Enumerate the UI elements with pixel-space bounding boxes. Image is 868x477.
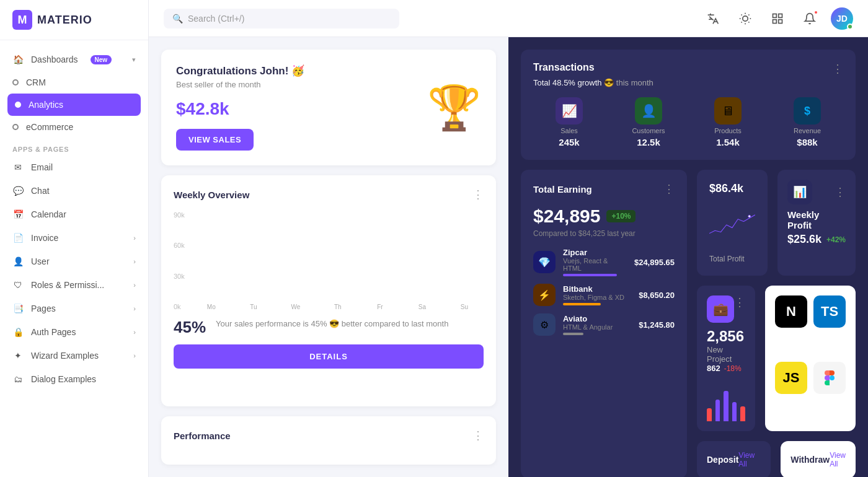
javascript-icon: JS [775, 362, 807, 394]
customers-icon: 👤 [635, 97, 662, 125]
invoice-icon: 📄 [12, 232, 24, 243]
sidebar-item-dialog[interactable]: 🗂 Dialog Examples [0, 367, 148, 391]
withdraw-card: Withdraw View All [781, 441, 856, 477]
sidebar-item-crm[interactable]: CRM [0, 71, 148, 94]
main-content: 🔍 Search (Ctrl+/) JD [149, 0, 868, 477]
congrats-card: Congratulations John! 🥳 Best seller of t… [161, 50, 496, 165]
circle-icon [12, 124, 19, 130]
sales-icon: 📈 [556, 97, 583, 125]
chevron-icon: › [133, 305, 136, 312]
transactions-title: Transactions [533, 62, 595, 73]
customers-stat: 👤 Customers 12.5k [613, 97, 684, 147]
email-icon: ✉ [12, 162, 24, 173]
card-header: Performance ⋮ [174, 429, 484, 442]
avatar[interactable]: JD [831, 7, 853, 30]
figma-icon [813, 362, 846, 394]
sidebar-item-invoice[interactable]: 📄 Invoice › [0, 226, 148, 250]
sidebar-item-analytics[interactable]: Analytics [7, 94, 141, 116]
calendar-icon: 📅 [12, 209, 24, 220]
deposit-view-all[interactable]: View All [738, 451, 761, 468]
right-cards-column: $86.4k Total Profit 📊 [697, 170, 856, 477]
bar [715, 400, 720, 421]
logo-text: MATERIO [37, 14, 92, 27]
sidebar-item-label: Calendar [31, 209, 66, 219]
profit-label: Total Profit [709, 255, 745, 263]
notification-dot [813, 10, 818, 15]
sidebar-item-roles[interactable]: 🛡 Roles & Permissi... › [0, 273, 148, 297]
sidebar-item-label: Dialog Examples [31, 374, 96, 384]
translate-icon[interactable] [702, 7, 724, 30]
search-icon: 🔍 [172, 14, 183, 24]
sidebar-item-label: Dashboards [31, 55, 78, 64]
typescript-icon: TS [813, 295, 846, 328]
y-label: 0k [174, 303, 185, 310]
svg-line-4 [748, 22, 749, 22]
profit-line-chart [709, 200, 755, 250]
project-value: 2,856 [707, 328, 745, 345]
more-options-icon[interactable]: ⋮ [472, 188, 484, 201]
sidebar-item-dashboards[interactable]: 🏠 Dashboards New ▾ [0, 48, 148, 71]
sidebar-item-calendar[interactable]: 📅 Calendar [0, 203, 148, 226]
view-sales-button[interactable]: VIEW SALES [176, 129, 254, 151]
content-right: Transactions ⋮ Total 48.5% growth 😎 this… [508, 37, 868, 477]
shield-icon: 🛡 [12, 279, 24, 291]
nextjs-icon: N [775, 295, 807, 328]
more-options-icon[interactable]: ⋮ [832, 62, 843, 76]
sidebar-item-wizard[interactable]: ✦ Wizard Examples › [0, 344, 148, 367]
more-options-icon[interactable]: ⋮ [663, 182, 675, 196]
sidebar-logo: M MATERIO [0, 0, 148, 40]
bar-column: Sa [403, 302, 441, 310]
sidebar-item-auth[interactable]: 🔒 Auth Pages › [0, 320, 148, 344]
aviato-icon: ⚙ [533, 313, 556, 336]
project-sub: 862 -18% [707, 364, 745, 373]
more-options-icon[interactable]: ⋮ [734, 295, 745, 309]
y-label: 60k [174, 242, 185, 249]
weekly-overview-card: Weekly Overview ⋮ 90k 60k 30k 0k Mo [161, 175, 496, 406]
theme-icon[interactable] [734, 7, 756, 30]
bar [740, 406, 745, 422]
weekly-profit-card: 📊 ⋮ Weekly Profit $25.6k +42% [777, 170, 856, 276]
earning-list: 💎 Zipcar Vuejs, React & HTML $24,895.65 … [533, 248, 675, 336]
grid-icon[interactable] [766, 7, 789, 30]
wizard-icon: ✦ [12, 350, 24, 361]
content-left: Congratulations John! 🥳 Best seller of t… [149, 37, 508, 477]
details-button[interactable]: DETAILS [174, 344, 484, 369]
more-options-icon[interactable]: ⋮ [835, 185, 846, 199]
transactions-card: Transactions ⋮ Total 48.5% growth 😎 this… [521, 50, 856, 160]
bell-icon[interactable] [799, 7, 821, 30]
sidebar-item-label: Analytics [29, 100, 63, 110]
sidebar-item-pages[interactable]: 📑 Pages › [0, 297, 148, 320]
sidebar-item-user[interactable]: 👤 User › [0, 250, 148, 273]
bitbank-info: Bitbank Sketch, Figma & XD [563, 284, 631, 305]
circle-icon [15, 102, 21, 108]
sidebar-item-email[interactable]: ✉ Email [0, 155, 148, 179]
zipcar-progress [563, 274, 617, 276]
revenue-stat: $ Revenue $88k [771, 97, 843, 147]
earning-item-bitbank: ⚡ Bitbank Sketch, Figma & XD $8,650.20 [533, 284, 675, 306]
earning-amount: $24,895 +10% [533, 206, 675, 227]
chevron-icon: ▾ [132, 56, 136, 64]
card-header: Total Earning ⋮ [533, 182, 675, 196]
bar [732, 402, 737, 422]
search-bar[interactable]: 🔍 Search (Ctrl+/) [164, 9, 399, 28]
svg-line-7 [742, 22, 742, 22]
chart-icon: 📊 [787, 180, 812, 204]
svg-point-0 [743, 15, 748, 20]
products-stat: 🖥 Products 1.54k [692, 97, 764, 147]
sidebar-item-chat[interactable]: 💬 Chat [0, 179, 148, 203]
chat-icon: 💬 [12, 185, 24, 196]
pages-icon: 📑 [12, 303, 24, 314]
lock-icon: 🔒 [12, 326, 24, 338]
deposit-title: Deposit [707, 455, 738, 465]
y-label: 30k [174, 273, 185, 280]
withdraw-view-all[interactable]: View All [830, 451, 846, 468]
earning-compare: Compared to $84,325 last year [533, 229, 675, 238]
search-placeholder: Search (Ctrl+/) [188, 14, 244, 24]
project-bar-chart [707, 378, 745, 421]
transactions-icons: 📈 Sales 245k 👤 Customers 12.5k 🖥 Product… [533, 97, 843, 147]
transactions-subtitle: Total 48.5% growth 😎 this month [533, 78, 843, 87]
sidebar-item-label: CRM [26, 77, 46, 87]
more-options-icon[interactable]: ⋮ [472, 429, 484, 442]
sidebar-item-ecommerce[interactable]: eCommerce [0, 116, 148, 138]
performance-title: Performance [174, 431, 231, 441]
